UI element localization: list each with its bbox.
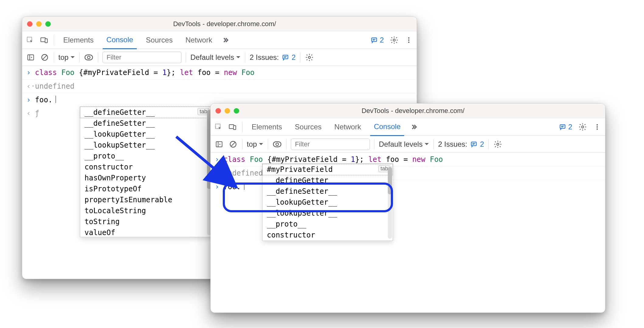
- minimize-dot[interactable]: [225, 108, 230, 114]
- autocomplete-item[interactable]: __lookupGetter__: [263, 197, 393, 208]
- autocomplete-item[interactable]: __defineGetter__: [263, 175, 393, 186]
- svg-rect-10: [28, 55, 34, 60]
- separator: [268, 139, 268, 149]
- live-expression-icon[interactable]: [84, 53, 94, 62]
- filter-input[interactable]: [102, 52, 181, 63]
- autocomplete-popup[interactable]: __defineGetter__ tab __defineSetter__ __…: [80, 107, 212, 237]
- svg-point-7: [408, 37, 409, 38]
- autocomplete-item[interactable]: __proto__: [263, 219, 393, 230]
- kebab-menu-icon[interactable]: [405, 36, 413, 44]
- log-levels-selector[interactable]: Default levels: [379, 140, 429, 149]
- traffic-lights: [215, 108, 239, 114]
- console-input-line: › class Foo {#myPrivateField = 1}; let f…: [22, 66, 417, 80]
- autocomplete-item[interactable]: constructor: [80, 162, 212, 173]
- separator: [98, 52, 98, 63]
- context-selector[interactable]: top: [58, 53, 75, 62]
- titlebar: DevTools - developer.chrome.com/: [211, 104, 605, 118]
- svg-point-18: [308, 56, 310, 58]
- chevron-left-icon: ‹: [26, 109, 32, 118]
- autocomplete-item[interactable]: __lookupSetter__: [80, 140, 212, 151]
- live-expression-icon[interactable]: [272, 139, 282, 149]
- svg-point-6: [393, 39, 395, 41]
- tab-network[interactable]: Network: [182, 32, 216, 49]
- separator: [286, 139, 287, 149]
- filter-input[interactable]: [291, 138, 370, 150]
- titlebar: DevTools - developer.chrome.com/: [22, 17, 417, 31]
- svg-rect-1: [41, 38, 45, 42]
- tab-sources[interactable]: Sources: [142, 32, 176, 49]
- autocomplete-item[interactable]: __defineSetter__: [80, 118, 212, 129]
- tab-elements[interactable]: Elements: [248, 118, 286, 135]
- sidebar-toggle-icon[interactable]: [214, 139, 224, 149]
- svg-rect-20: [229, 125, 234, 128]
- minimize-dot[interactable]: [36, 21, 42, 27]
- autocomplete-item[interactable]: __proto__: [80, 151, 212, 162]
- autocomplete-item[interactable]: propertyIsEnumerable: [80, 194, 212, 205]
- clear-console-icon[interactable]: [228, 139, 238, 149]
- messages-badge[interactable]: 2: [559, 123, 572, 131]
- separator: [79, 52, 80, 63]
- autocomplete-popup[interactable]: #myPrivateField tab __defineGetter__ __d…: [262, 164, 393, 241]
- tab-console[interactable]: Console: [103, 31, 137, 49]
- autocomplete-item[interactable]: __lookupSetter__: [263, 208, 393, 219]
- autocomplete-item[interactable]: toString: [80, 216, 212, 227]
- scrollbar-thumb[interactable]: [388, 167, 392, 194]
- device-toolbar-icon[interactable]: [40, 36, 48, 44]
- log-levels-selector[interactable]: Default levels: [190, 53, 241, 62]
- separator: [242, 122, 243, 132]
- inspect-icon[interactable]: [214, 123, 223, 131]
- sidebar-toggle-icon[interactable]: [26, 53, 36, 62]
- close-dot[interactable]: [27, 21, 33, 27]
- autocomplete-item[interactable]: #myPrivateField tab: [263, 164, 393, 175]
- autocomplete-item[interactable]: constructor: [263, 230, 393, 241]
- chevron-right-icon: ›: [26, 68, 32, 77]
- fn-preview: ƒ: [35, 109, 39, 118]
- settings-icon[interactable]: [390, 36, 398, 44]
- tab-elements[interactable]: Elements: [60, 32, 97, 49]
- svg-rect-21: [233, 125, 236, 129]
- svg-rect-15: [283, 55, 288, 59]
- autocomplete-item[interactable]: __lookupGetter__: [80, 129, 212, 140]
- autocomplete-item[interactable]: isPrototypeOf: [80, 183, 212, 194]
- scrollbar[interactable]: [388, 166, 392, 239]
- console-result-line: ‹· undefined: [22, 80, 417, 93]
- zoom-dot[interactable]: [45, 21, 51, 27]
- tab-console[interactable]: Console: [370, 118, 404, 136]
- autocomplete-item[interactable]: toLocaleString: [80, 205, 212, 216]
- issues-badge[interactable]: 2 Issues: 2: [438, 140, 484, 149]
- separator: [54, 52, 54, 63]
- device-toolbar-icon[interactable]: [228, 123, 237, 131]
- window-title: DevTools - developer.chrome.com/: [244, 107, 600, 115]
- svg-point-33: [276, 143, 279, 145]
- close-dot[interactable]: [215, 108, 221, 114]
- context-selector[interactable]: top: [247, 140, 263, 149]
- clear-console-icon[interactable]: [40, 53, 50, 62]
- settings-icon[interactable]: [578, 123, 587, 131]
- console-toolbar: top Default levels 2 Issues: 2: [22, 49, 417, 66]
- result-text: undefined: [35, 82, 74, 91]
- console-settings-icon[interactable]: [493, 139, 503, 149]
- code-text: class Foo {#myPrivateField = 1}; let foo…: [223, 155, 443, 164]
- more-tabs-icon[interactable]: [221, 36, 230, 44]
- autocomplete-item[interactable]: hasOwnProperty: [80, 173, 212, 183]
- autocomplete-item[interactable]: __defineSetter__: [263, 186, 393, 197]
- svg-point-37: [497, 143, 499, 145]
- separator: [54, 35, 54, 45]
- autocomplete-item[interactable]: valueOf: [80, 227, 212, 238]
- zoom-dot[interactable]: [234, 108, 239, 114]
- inspect-icon[interactable]: [26, 36, 34, 44]
- autocomplete-item[interactable]: __defineGetter__ tab: [80, 107, 212, 118]
- tab-sources[interactable]: Sources: [291, 118, 325, 135]
- issues-badge[interactable]: 2 Issues: 2: [250, 53, 295, 62]
- messages-badge[interactable]: 2: [370, 36, 384, 44]
- kebab-menu-icon[interactable]: [593, 123, 601, 131]
- console-settings-icon[interactable]: [305, 53, 314, 62]
- tab-network[interactable]: Network: [331, 118, 365, 135]
- svg-point-25: [582, 126, 584, 128]
- more-tabs-icon[interactable]: [410, 123, 418, 131]
- chevron-left-dot-icon: ‹·: [26, 82, 32, 91]
- separator: [300, 52, 300, 63]
- svg-point-27: [597, 126, 598, 127]
- traffic-lights: [27, 21, 51, 27]
- svg-rect-29: [216, 142, 222, 147]
